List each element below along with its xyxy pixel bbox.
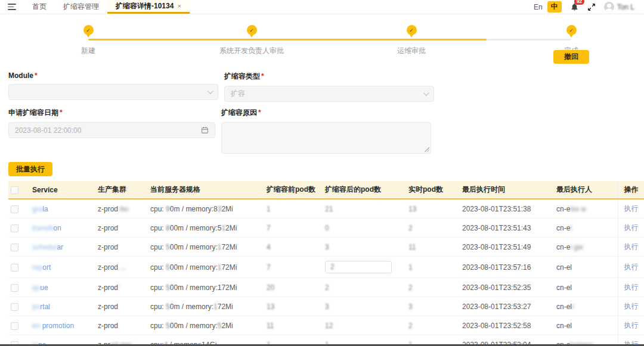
execute-link[interactable]: 执行 [624, 321, 639, 329]
row-select-cell [8, 219, 30, 238]
col-operation: 操作 [618, 181, 644, 199]
service-redacted: en [32, 322, 42, 330]
pods-before-cell: 1 [264, 199, 323, 219]
calendar-icon [201, 126, 209, 134]
pods-after-value[interactable]: 3 [325, 243, 331, 251]
tab-home[interactable]: 首页 [24, 0, 55, 14]
row-checkbox[interactable] [11, 205, 18, 213]
last-executor-cell: cn-elr [554, 297, 618, 316]
reason-field: 扩缩容原因* [221, 108, 431, 154]
step-check-icon: ✓ [566, 25, 577, 35]
service-link[interactable]: transition [32, 224, 61, 232]
pods-after-value[interactable]: 21 [325, 205, 333, 213]
last-executor-cell: cn-elxx w [554, 199, 618, 219]
scaling-type-select[interactable]: 扩容 [224, 86, 434, 102]
spec-cell: cpu: 90m / memory:832Mi [148, 199, 264, 219]
step-check-icon: ✓ [83, 25, 94, 35]
pods-after-value[interactable]: 0 [325, 224, 331, 232]
table-row: en promotion z-prod cpu: 500m / memory:5… [8, 316, 644, 335]
pods-after-value[interactable]: 2 [325, 261, 392, 273]
pods-after-value[interactable]: 12 [325, 322, 333, 330]
col-pods-live: 实时pod数 [406, 181, 460, 199]
last-executor-cell: cn-ei gw [554, 238, 618, 257]
user-menu[interactable]: Ton L [604, 2, 634, 12]
resize-handle-icon[interactable] [425, 147, 429, 152]
service-cell: grala [30, 199, 95, 219]
pods-live-cell: 3 [406, 297, 460, 316]
batch-execute-button[interactable]: 批量执行 [8, 162, 52, 176]
pods-after-cell: 2 [323, 278, 406, 297]
service-cell: schedular [30, 238, 95, 257]
spec-cell: cpu: 800m / memory:512Mi [148, 219, 264, 238]
fullscreen-button[interactable] [587, 3, 596, 11]
execute-link[interactable]: 执行 [624, 302, 639, 310]
module-label: Module* [8, 71, 218, 80]
tab-scaling-detail[interactable]: 扩缩容详情-10134 × [107, 0, 190, 14]
service-link[interactable]: grala [32, 205, 48, 213]
menu-toggle-icon[interactable] [0, 0, 24, 14]
cluster-redacted: ... [118, 263, 126, 272]
pods-live-cell: 13 [406, 199, 460, 219]
lang-zh[interactable]: 中 [547, 1, 562, 13]
language-switcher[interactable]: En 中 [531, 1, 562, 13]
module-select[interactable] [8, 84, 218, 100]
top-navbar: 首页 扩缩容管理 扩缩容详情-10134 × En 中 92 Ton L [0, 0, 644, 14]
execute-link[interactable]: 执行 [624, 223, 639, 232]
executor-redacted: l [570, 224, 572, 232]
service-visible: ue [40, 283, 48, 292]
row-checkbox[interactable] [11, 322, 18, 330]
lang-en[interactable]: En [531, 2, 545, 12]
pods-after-cell: 21 [323, 199, 406, 219]
request-date-value: 2023-08-01 22:00:00 [15, 126, 201, 135]
execute-link[interactable]: 执行 [624, 204, 639, 213]
select-all-checkbox[interactable] [11, 186, 18, 194]
step-check-icon: ✓ [407, 25, 417, 35]
row-select-cell [8, 316, 30, 335]
step-created: ✓ 新建 [29, 25, 148, 56]
spec-cell: cpu: 500m / memory:52Mi [148, 316, 264, 335]
last-exec-time-cell: 2023-08-01T23:52:35 [460, 278, 554, 297]
row-select-cell [8, 278, 30, 297]
spec-cell: cpu: 500m / memory:172Mi [148, 238, 264, 257]
reason-textarea[interactable] [221, 122, 431, 154]
pods-before-cell: 7 [264, 257, 323, 278]
row-checkbox[interactable] [11, 244, 18, 251]
scaling-type-value: 扩容 [231, 89, 423, 99]
execute-link[interactable]: 执行 [624, 242, 639, 251]
row-checkbox[interactable] [11, 225, 18, 232]
executor-redacted: i gw [570, 243, 583, 251]
service-link[interactable]: quue [32, 283, 48, 292]
close-icon[interactable]: × [177, 2, 181, 10]
row-checkbox[interactable] [11, 284, 18, 292]
operation-cell: 执行 [618, 238, 644, 257]
service-redacted: rep [32, 263, 42, 272]
service-link[interactable]: en promotion [32, 322, 74, 330]
pods-live-cell: 11 [406, 238, 460, 257]
execute-link[interactable]: 执行 [624, 263, 639, 271]
table-row: quue z-prod' cpu: 500m / memory:172Mi 20… [8, 278, 644, 297]
pods-after-value[interactable]: 3 [325, 303, 331, 311]
table-header-row: Service 生产集群 当前服务器规格 扩缩容前pod数 扩缩容后的pod数 … [8, 181, 644, 199]
service-cell: transition [30, 219, 95, 238]
row-checkbox[interactable] [11, 264, 18, 272]
row-checkbox[interactable] [11, 303, 18, 311]
table-row: schedular z-prod cpu: 500m / memory:172M… [8, 238, 644, 257]
execute-link[interactable]: 执行 [624, 283, 639, 291]
withdraw-button[interactable]: 撤回 [553, 50, 589, 64]
cluster-cell: z-prod-bo [95, 199, 148, 219]
required-asterisk: * [60, 108, 63, 117]
service-link[interactable]: report [32, 263, 51, 272]
service-link[interactable]: schedular [32, 243, 63, 251]
service-link[interactable]: portal [32, 303, 50, 311]
tab-scaling-management[interactable]: 扩缩容管理 [55, 0, 107, 14]
navbar-right: En 中 92 Ton L [531, 0, 644, 14]
chevron-down-icon [208, 88, 213, 94]
cluster-cell: z-prod [95, 316, 148, 335]
request-date-input[interactable]: 2023-08-01 22:00:00 [8, 122, 215, 138]
pods-after-value[interactable]: 2 [325, 283, 331, 292]
col-service: Service [30, 181, 95, 199]
step-label: 运维审批 [397, 46, 426, 56]
notifications-button[interactable]: 92 [570, 2, 579, 11]
pods-after-cell: 3 [323, 297, 406, 316]
spec-cell: cpu: 50m / memory:172Mi [148, 297, 264, 316]
